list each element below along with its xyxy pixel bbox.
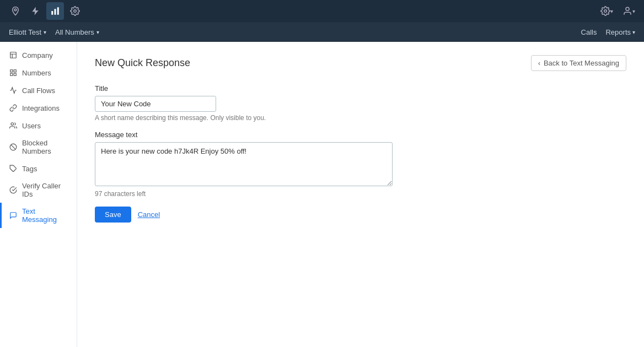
svg-point-6 (626, 7, 629, 10)
sidebar-item-call-flows[interactable]: Call Flows (0, 82, 77, 99)
chart-icon[interactable] (46, 2, 64, 20)
svg-line-14 (11, 145, 15, 149)
building-icon (9, 51, 18, 59)
save-button[interactable]: Save (95, 207, 131, 223)
svg-rect-2 (55, 9, 56, 15)
sidebar: Company Numbers Call Flows (0, 42, 77, 347)
page-header: New Quick Response ‹ Back to Text Messag… (95, 55, 626, 71)
user-icon[interactable]: ▾ (620, 2, 637, 20)
svg-point-5 (604, 10, 607, 13)
title-form-group: Title A short name describing this messa… (95, 84, 626, 122)
top-nav-left (7, 2, 84, 20)
sidebar-item-tags[interactable]: Tags (0, 160, 77, 177)
tag-icon (9, 164, 18, 173)
svg-point-0 (14, 9, 17, 11)
message-icon (9, 211, 18, 220)
chevron-down-icon: ▾ (44, 29, 46, 35)
sidebar-label-tags: Tags (22, 165, 37, 173)
grid-icon (9, 68, 18, 77)
sidebar-item-users[interactable]: Users (0, 117, 77, 134)
location-icon[interactable] (7, 2, 24, 20)
chars-left: 97 characters left (95, 190, 626, 198)
flows-icon (9, 86, 18, 95)
sub-nav: Elliott Test ▾ All Numbers ▾ Calls Repor… (0, 22, 644, 42)
sidebar-label-integrations: Integrations (22, 104, 60, 112)
svg-rect-1 (51, 11, 53, 15)
page-title: New Quick Response (95, 57, 190, 69)
back-to-text-messaging-button[interactable]: ‹ Back to Text Messaging (531, 55, 626, 71)
sidebar-item-company[interactable]: Company (0, 46, 77, 64)
chevron-left-icon: ‹ (538, 59, 540, 67)
svg-rect-9 (14, 70, 16, 72)
sidebar-label-company: Company (22, 51, 53, 59)
reports-link[interactable]: Reports ▾ (605, 28, 635, 36)
layout: Company Numbers Call Flows (0, 42, 644, 347)
sidebar-item-verify-caller-ids[interactable]: Verify Caller IDs (0, 177, 77, 203)
sidebar-label-blocked-numbers: Blocked Numbers (22, 139, 68, 155)
link-icon (9, 104, 18, 112)
sidebar-item-numbers[interactable]: Numbers (0, 64, 77, 82)
sidebar-item-text-messaging[interactable]: Text Messaging (0, 203, 77, 228)
sidebar-label-numbers: Numbers (22, 69, 51, 77)
blocked-icon (9, 143, 18, 151)
gear-icon[interactable] (66, 2, 84, 20)
calls-link[interactable]: Calls (581, 28, 597, 36)
message-label: Message text (95, 131, 626, 139)
chevron-down-icon: ▾ (96, 29, 99, 35)
svg-point-12 (11, 123, 14, 126)
svg-rect-11 (14, 73, 16, 75)
svg-rect-3 (57, 7, 59, 15)
users-icon (9, 121, 18, 130)
cancel-button[interactable]: Cancel (138, 210, 160, 219)
title-hint: A short name describing this message. On… (95, 114, 626, 122)
sidebar-item-integrations[interactable]: Integrations (0, 99, 77, 117)
top-nav-right: ▾ ▾ (598, 2, 637, 20)
message-textarea[interactable]: Here is your new code h7Jk4R Enjoy 50% o… (95, 142, 393, 186)
sidebar-item-blocked-numbers[interactable]: Blocked Numbers (0, 134, 77, 160)
sub-nav-left: Elliott Test ▾ All Numbers ▾ (9, 28, 99, 36)
form-actions: Save Cancel (95, 207, 626, 223)
sidebar-label-verify-caller-ids: Verify Caller IDs (22, 182, 68, 198)
sidebar-label-call-flows: Call Flows (22, 86, 55, 95)
svg-rect-7 (10, 52, 17, 58)
sidebar-label-users: Users (22, 122, 41, 130)
svg-rect-8 (10, 70, 13, 72)
lightning-icon[interactable] (26, 2, 44, 20)
main-content: New Quick Response ‹ Back to Text Messag… (77, 42, 644, 347)
numbers-selector[interactable]: All Numbers ▾ (55, 28, 99, 36)
title-label: Title (95, 84, 626, 93)
sub-nav-right: Calls Reports ▾ (581, 28, 635, 36)
sidebar-label-text-messaging: Text Messaging (22, 207, 68, 224)
message-form-group: Message text Here is your new code h7Jk4… (95, 131, 626, 198)
settings-with-chevron-icon[interactable]: ▾ (598, 2, 615, 20)
account-selector[interactable]: Elliott Test ▾ (9, 28, 46, 36)
svg-rect-10 (10, 73, 13, 75)
title-input[interactable] (95, 96, 216, 112)
top-nav: ▾ ▾ (0, 0, 644, 22)
svg-point-4 (74, 10, 77, 13)
verify-icon (9, 186, 18, 194)
chevron-down-icon: ▾ (632, 29, 635, 35)
